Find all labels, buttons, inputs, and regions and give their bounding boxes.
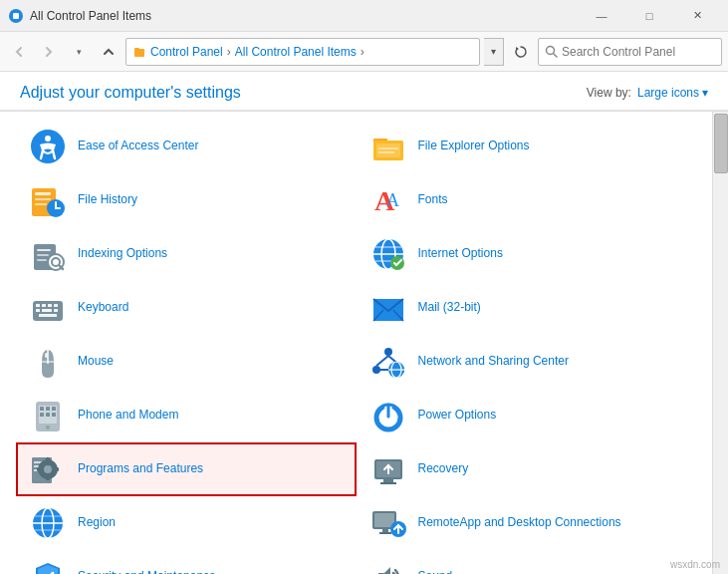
search-box[interactable] bbox=[538, 38, 722, 66]
panel-item-region[interactable]: Region bbox=[16, 496, 357, 550]
phone-icon bbox=[28, 396, 68, 435]
recovery-icon bbox=[368, 449, 408, 489]
address-bar: ▾ Control Panel › All Control Panel Item… bbox=[0, 32, 728, 72]
ease-of-access-label: Ease of Access Center bbox=[78, 139, 198, 154]
refresh-button[interactable] bbox=[508, 39, 534, 65]
svg-rect-42 bbox=[54, 309, 58, 312]
svg-rect-24 bbox=[37, 254, 49, 256]
svg-rect-3 bbox=[134, 48, 139, 50]
minimize-button[interactable]: — bbox=[579, 2, 624, 30]
watermark: wsxdn.com bbox=[670, 559, 720, 570]
mail-label: Mail (32-bit) bbox=[418, 300, 481, 316]
internet-options-label: Internet Options bbox=[418, 246, 503, 262]
svg-text:A: A bbox=[386, 190, 399, 210]
svg-rect-62 bbox=[46, 407, 50, 411]
path-dropdown-button[interactable]: ▾ bbox=[484, 38, 504, 66]
view-by-dropdown[interactable]: Large icons ▾ bbox=[637, 86, 708, 100]
panel-item-mouse[interactable]: Mouse bbox=[16, 335, 357, 389]
panel-item-sound[interactable]: Sound bbox=[357, 550, 697, 574]
title-bar-left: All Control Panel Items bbox=[8, 8, 151, 24]
svg-point-49 bbox=[384, 348, 392, 356]
panel-item-indexing[interactable]: Indexing Options bbox=[16, 227, 357, 281]
path-sep-2: › bbox=[361, 45, 364, 59]
power-icon bbox=[368, 396, 408, 435]
panel-item-internet-options[interactable]: Internet Options bbox=[357, 227, 697, 281]
recovery-label: Recovery bbox=[418, 461, 469, 477]
svg-rect-12 bbox=[376, 144, 400, 157]
svg-rect-63 bbox=[52, 407, 56, 411]
svg-point-74 bbox=[44, 465, 52, 473]
close-button[interactable]: ✕ bbox=[674, 2, 720, 30]
keyboard-icon bbox=[28, 288, 68, 328]
phone-label: Phone and Modem bbox=[78, 408, 178, 424]
svg-rect-2 bbox=[134, 49, 144, 57]
path-all-items[interactable]: All Control Panel Items bbox=[235, 45, 357, 59]
file-history-label: File History bbox=[78, 192, 137, 208]
fonts-label: Fonts bbox=[418, 192, 448, 208]
path-sep-1: › bbox=[227, 45, 231, 59]
power-label: Power Options bbox=[418, 408, 497, 424]
panel-item-programs[interactable]: Programs and Features bbox=[16, 442, 357, 496]
mail-icon bbox=[368, 288, 408, 328]
svg-rect-66 bbox=[52, 413, 56, 417]
svg-rect-92 bbox=[382, 529, 388, 532]
panel-item-network[interactable]: Network and Sharing Center bbox=[357, 335, 697, 389]
path-control-panel[interactable]: Control Panel bbox=[150, 45, 223, 59]
indexing-label: Indexing Options bbox=[78, 246, 167, 262]
region-icon bbox=[28, 503, 68, 543]
refresh-icon bbox=[514, 45, 528, 59]
panel-item-mail[interactable]: Mail (32-bit) bbox=[357, 281, 697, 335]
search-input[interactable] bbox=[562, 45, 706, 59]
up-button[interactable] bbox=[96, 39, 121, 65]
panel-item-keyboard[interactable]: Keyboard bbox=[16, 281, 357, 335]
ease-of-access-icon bbox=[28, 127, 68, 166]
panel-item-phone[interactable]: Phone and Modem bbox=[16, 389, 357, 442]
forward-button[interactable] bbox=[36, 39, 62, 65]
back-button[interactable] bbox=[6, 39, 32, 65]
svg-point-8 bbox=[45, 136, 51, 142]
scrollbar-thumb[interactable] bbox=[714, 114, 728, 173]
internet-options-icon bbox=[368, 234, 408, 274]
panel-item-fonts[interactable]: A A Fonts bbox=[357, 173, 697, 227]
view-by-label: View by: bbox=[587, 86, 631, 100]
fonts-icon: A A bbox=[368, 180, 408, 220]
back-icon bbox=[13, 46, 25, 58]
panel-item-file-explorer[interactable]: File Explorer Options bbox=[357, 120, 697, 173]
search-icon bbox=[545, 45, 558, 58]
svg-rect-41 bbox=[42, 309, 52, 312]
app-icon bbox=[8, 8, 24, 24]
svg-rect-43 bbox=[39, 314, 57, 317]
svg-marker-95 bbox=[378, 567, 390, 574]
maximize-button[interactable]: □ bbox=[626, 2, 672, 30]
svg-rect-40 bbox=[36, 309, 40, 312]
forward-icon bbox=[43, 46, 55, 58]
recent-locations-button[interactable]: ▾ bbox=[66, 39, 92, 65]
svg-rect-25 bbox=[37, 259, 47, 261]
panel-item-ease-of-access[interactable]: Ease of Access Center bbox=[16, 120, 357, 173]
network-label: Network and Sharing Center bbox=[418, 354, 569, 370]
mouse-label: Mouse bbox=[78, 354, 114, 370]
svg-rect-48 bbox=[45, 353, 48, 358]
svg-rect-77 bbox=[37, 467, 41, 471]
file-history-icon bbox=[28, 180, 68, 220]
svg-rect-37 bbox=[42, 304, 46, 307]
svg-marker-4 bbox=[516, 47, 519, 51]
keyboard-label: Keyboard bbox=[78, 300, 128, 316]
panel-item-security[interactable]: Security and Maintenance bbox=[16, 550, 357, 574]
title-bar: All Control Panel Items — □ ✕ bbox=[0, 0, 728, 32]
view-by-chevron: ▾ bbox=[702, 86, 708, 100]
svg-rect-78 bbox=[55, 467, 59, 471]
page-title: Adjust your computer's settings bbox=[20, 84, 241, 102]
panel-item-recovery[interactable]: Recovery bbox=[357, 442, 697, 496]
panel-item-remoteapp[interactable]: RemoteApp and Desktop Connections bbox=[357, 496, 697, 550]
scrollbar[interactable] bbox=[712, 112, 728, 574]
svg-rect-36 bbox=[36, 304, 40, 307]
sound-label: Sound bbox=[418, 569, 453, 574]
panel-item-file-history[interactable]: File History bbox=[16, 173, 357, 227]
window-title: All Control Panel Items bbox=[30, 9, 151, 23]
remoteapp-label: RemoteApp and Desktop Connections bbox=[418, 515, 621, 531]
panel-item-power[interactable]: Power Options bbox=[357, 389, 697, 442]
address-path[interactable]: Control Panel › All Control Panel Items … bbox=[125, 38, 480, 66]
svg-line-6 bbox=[554, 54, 558, 58]
svg-point-60 bbox=[46, 426, 50, 430]
